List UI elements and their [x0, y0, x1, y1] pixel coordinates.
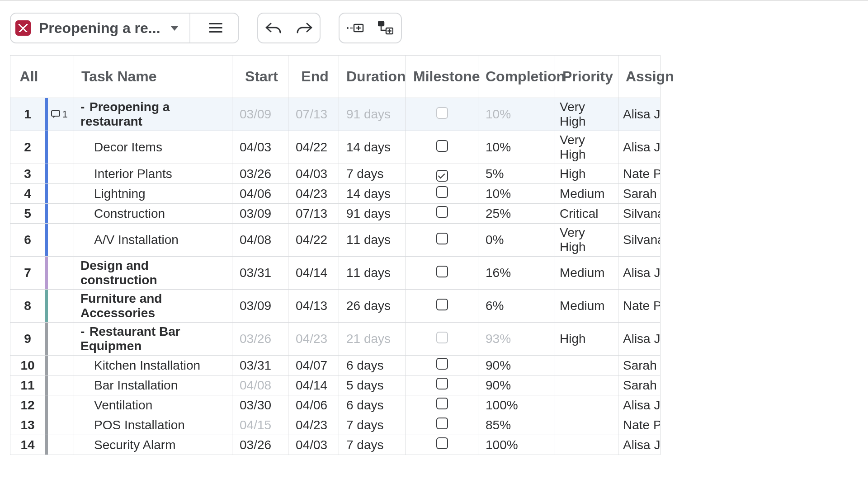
duration-cell[interactable]: 7 days — [339, 435, 406, 455]
end-cell[interactable]: 04/14 — [288, 257, 339, 290]
undo-button[interactable] — [258, 14, 289, 42]
task-cell[interactable]: Design and construction — [74, 257, 232, 290]
end-cell[interactable]: 04/23 — [288, 323, 339, 356]
start-cell[interactable]: 04/08 — [232, 224, 288, 257]
assigned-cell[interactable]: Alisa J. — [618, 131, 660, 164]
task-cell[interactable]: -Restaurant Bar Equipmen — [74, 323, 232, 356]
completion-cell[interactable]: 25% — [478, 204, 555, 224]
assigned-cell[interactable]: Nate P. — [618, 290, 660, 323]
priority-cell[interactable] — [555, 435, 618, 455]
table-row[interactable]: 11Bar Installation04/0804/145 days90%Sar… — [10, 375, 660, 395]
redo-button[interactable] — [289, 14, 320, 42]
completion-cell[interactable]: 16% — [478, 257, 555, 290]
milestone-checkbox[interactable] — [436, 266, 448, 277]
table-row[interactable]: 2Decor Items04/0304/2214 days10%Very Hig… — [10, 131, 660, 164]
completion-cell[interactable]: 10% — [478, 98, 555, 131]
row-number[interactable]: 12 — [10, 395, 45, 415]
milestone-cell[interactable] — [406, 98, 478, 131]
menu-button[interactable] — [201, 14, 230, 42]
end-cell[interactable]: 04/22 — [288, 131, 339, 164]
insert-task-button[interactable] — [340, 14, 370, 42]
milestone-cell[interactable] — [406, 131, 478, 164]
table-row[interactable]: 5Construction03/0907/1391 days25%Critica… — [10, 204, 660, 224]
header-completion[interactable]: Completion — [478, 56, 555, 98]
start-cell[interactable]: 04/03 — [232, 131, 288, 164]
milestone-cell[interactable] — [406, 257, 478, 290]
duration-cell[interactable]: 21 days — [339, 323, 406, 356]
table-row[interactable]: 9-Restaurant Bar Equipmen03/2604/2321 da… — [10, 323, 660, 356]
milestone-checkbox[interactable] — [436, 418, 448, 429]
start-cell[interactable]: 03/31 — [232, 257, 288, 290]
row-number[interactable]: 11 — [10, 375, 45, 395]
header-task[interactable]: Task Name — [74, 56, 232, 98]
end-cell[interactable]: 04/06 — [288, 395, 339, 415]
completion-cell[interactable]: 10% — [478, 184, 555, 204]
milestone-checkbox[interactable] — [436, 299, 448, 310]
milestone-cell[interactable] — [406, 224, 478, 257]
start-cell[interactable]: 03/26 — [232, 323, 288, 356]
row-number[interactable]: 8 — [10, 290, 45, 323]
priority-cell[interactable]: Medium — [555, 257, 618, 290]
row-number[interactable]: 13 — [10, 415, 45, 435]
task-cell[interactable]: Bar Installation — [74, 375, 232, 395]
start-cell[interactable]: 04/06 — [232, 184, 288, 204]
assigned-cell[interactable]: Sarah C — [618, 184, 660, 204]
duration-cell[interactable]: 26 days — [339, 290, 406, 323]
header-duration[interactable]: Duration — [339, 56, 406, 98]
priority-cell[interactable]: Medium — [555, 290, 618, 323]
milestone-checkbox[interactable] — [436, 358, 448, 370]
task-grid[interactable]: All Task Name Start End Duration Milesto… — [10, 55, 660, 455]
milestone-checkbox[interactable] — [436, 378, 448, 389]
task-cell[interactable]: Kitchen Installation — [74, 356, 232, 375]
row-number[interactable]: 3 — [10, 164, 45, 184]
priority-cell[interactable]: Medium — [555, 184, 618, 204]
end-cell[interactable]: 04/23 — [288, 184, 339, 204]
milestone-cell[interactable] — [406, 435, 478, 455]
assigned-cell[interactable]: Alisa J. — [618, 323, 660, 356]
task-cell[interactable]: A/V Installation — [74, 224, 232, 257]
task-cell[interactable]: POS Installation — [74, 415, 232, 435]
task-cell[interactable]: Furniture and Accessories — [74, 290, 232, 323]
start-cell[interactable]: 03/31 — [232, 356, 288, 375]
assigned-cell[interactable]: Alisa J. — [618, 98, 660, 131]
end-cell[interactable]: 04/23 — [288, 415, 339, 435]
table-row[interactable]: 6A/V Installation04/0804/2211 days0%Very… — [10, 224, 660, 257]
chevron-down-icon[interactable] — [170, 26, 179, 31]
completion-cell[interactable]: 100% — [478, 395, 555, 415]
priority-cell[interactable] — [555, 375, 618, 395]
duration-cell[interactable]: 7 days — [339, 164, 406, 184]
start-cell[interactable]: 03/30 — [232, 395, 288, 415]
completion-cell[interactable]: 100% — [478, 435, 555, 455]
milestone-cell[interactable] — [406, 395, 478, 415]
start-cell[interactable]: 03/26 — [232, 164, 288, 184]
duration-cell[interactable]: 11 days — [339, 257, 406, 290]
row-number[interactable]: 2 — [10, 131, 45, 164]
row-number[interactable]: 4 — [10, 184, 45, 204]
milestone-checkbox[interactable] — [436, 206, 448, 218]
start-cell[interactable]: 03/09 — [232, 98, 288, 131]
collapse-toggle[interactable]: - — [80, 100, 87, 114]
table-row[interactable]: 4Lightning04/0604/2314 days10%MediumSara… — [10, 184, 660, 204]
table-row[interactable]: 7Design and construction03/3104/1411 day… — [10, 257, 660, 290]
collapse-toggle[interactable]: - — [80, 324, 87, 339]
priority-cell[interactable]: Very High — [555, 131, 618, 164]
milestone-cell[interactable] — [406, 375, 478, 395]
end-cell[interactable]: 04/03 — [288, 164, 339, 184]
task-cell[interactable]: -Preopening a restaurant — [74, 98, 232, 131]
table-row[interactable]: 11-Preopening a restaurant03/0907/1391 d… — [10, 98, 660, 131]
start-cell[interactable]: 03/26 — [232, 435, 288, 455]
completion-cell[interactable]: 85% — [478, 415, 555, 435]
task-cell[interactable]: Interior Plants — [74, 164, 232, 184]
assigned-cell[interactable]: Sarah C — [618, 375, 660, 395]
completion-cell[interactable]: 10% — [478, 131, 555, 164]
milestone-checkbox[interactable] — [436, 186, 448, 198]
milestone-checkbox[interactable] — [436, 170, 448, 182]
end-cell[interactable]: 04/07 — [288, 356, 339, 375]
row-number[interactable]: 10 — [10, 356, 45, 375]
duration-cell[interactable]: 7 days — [339, 415, 406, 435]
milestone-cell[interactable] — [406, 290, 478, 323]
priority-cell[interactable]: Very High — [555, 98, 618, 131]
assigned-cell[interactable]: Alisa J. — [618, 435, 660, 455]
duration-cell[interactable]: 6 days — [339, 356, 406, 375]
start-cell[interactable]: 04/15 — [232, 415, 288, 435]
